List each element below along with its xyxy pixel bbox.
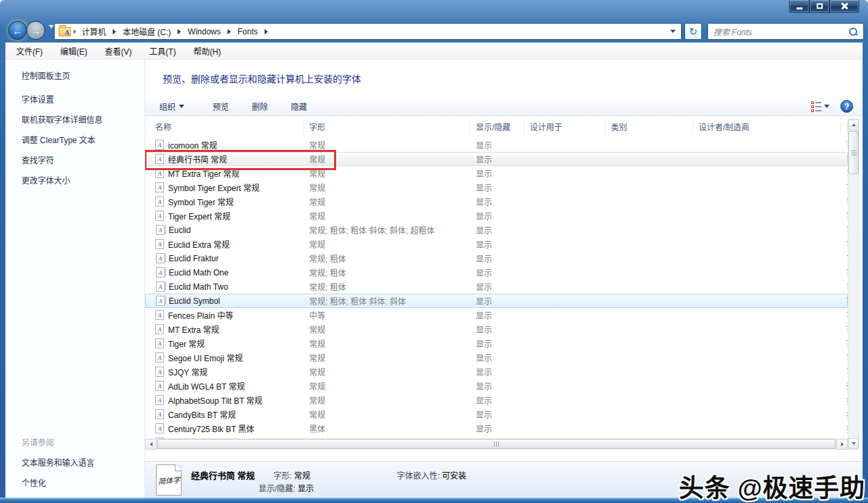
main-area: 控制面板主页 字体设置联机获取字体详细信息调整 ClearType 文本查找字符… [5,59,863,498]
font-style: 黑体 [304,423,470,434]
font-row[interactable]: A Tiger Expert 常规 常规 显示 可安装 [145,209,848,223]
horizontal-scroll-thumb[interactable] [157,439,836,449]
search-icon[interactable] [848,27,858,36]
font-row[interactable]: A SJQY 常规 常规 显示 可安装 [145,365,848,379]
back-button[interactable]: ← [8,21,27,40]
address-bar-row: ← → A 计算机 本地磁盘 (C:) Windows F [5,20,863,43]
recent-pages-dropdown[interactable] [49,28,54,38]
preview-button[interactable]: 预览 [209,99,233,114]
column-header-embeddability[interactable]: 字体嵌入性 [841,121,848,134]
menu-item[interactable]: 文件(F) [16,45,43,57]
font-row[interactable]: A MT Extra 常规 常规 显示 可安装 [145,322,848,336]
sidebar-task-link[interactable]: 调整 ClearType 文本 [22,134,103,145]
font-name: Tiger 常规 [168,338,205,349]
font-name: 经典行书简 常规 [168,153,227,165]
font-row[interactable]: A 经典行书简 常规 常规 显示 可安装 [145,152,848,166]
font-row[interactable]: A MT Extra Tiger 常规 常规 显示 可安装 [145,166,848,180]
hide-button[interactable]: 隐藏 [287,99,311,114]
horizontal-scrollbar[interactable] [145,438,848,450]
font-row[interactable]: A AdLib WGL4 BT 常规 常规 显示 受限制 [145,379,848,393]
refresh-button[interactable]: ↻ [684,23,702,40]
change-view-button[interactable] [811,101,830,112]
sidebar-task-link[interactable]: 联机获取字体详细信息 [22,113,103,125]
scroll-left-button[interactable] [145,439,157,450]
font-file-icon: A [155,395,164,405]
font-row[interactable]: A Euclid Math One 常规; 粗体 显示 可安装 [145,265,848,280]
delete-button[interactable]: 删除 [248,99,272,114]
column-header-designed-for[interactable]: 设计用于 [524,121,605,134]
fonts-folder-icon: A [59,27,71,36]
font-style: 常规; 粗体 [304,253,470,264]
font-name: Tiger Expert 常规 [168,210,230,221]
font-file-icon: A [155,423,164,433]
search-input[interactable]: 搜索 Fonts [707,23,864,40]
scroll-down-button[interactable] [848,438,859,449]
font-row[interactable]: A Euclid Math Two 常规; 粗体 显示 可安装 [145,280,848,294]
menu-item[interactable]: 查看(V) [105,45,132,57]
font-row[interactable]: A Euclid Extra 常规 常规 显示 可安装 [145,237,848,251]
title-bar[interactable] [0,0,868,20]
font-file-icon: A [155,211,164,221]
vertical-scrollbar[interactable] [848,119,859,450]
column-header-designer[interactable]: 设计者/制造商 [693,121,841,134]
font-embeddability: 可安装 [841,352,848,363]
font-row[interactable]: A Symbol Tiger 常规 常规 显示 可安装 [145,194,848,209]
explorer-window: ← → A 计算机 本地磁盘 (C:) Windows F [0,0,868,503]
sidebar-item-control-panel-home[interactable]: 控制面板主页 [22,70,70,81]
font-row[interactable]: A CandyBits BT 常规 常规 显示 打印预览 [145,407,848,421]
breadcrumb[interactable]: A 计算机 本地磁盘 (C:) Windows Fonts [54,23,682,40]
font-file-icon: A [155,140,164,150]
font-row[interactable]: A AlphabetSoup Tilt BT 常规 常规 显示 打印预览 [145,393,848,407]
font-row[interactable]: A Symbol Tiger Expert 常规 常规 显示 可安装 [145,180,848,194]
font-style: 常规; 粗体 [304,267,470,278]
font-file-icon: A [155,196,164,207]
sidebar-see-also-link[interactable]: 个性化 [22,477,94,488]
maximize-button[interactable] [809,0,830,13]
font-name: Symbol Tiger 常规 [168,196,234,207]
forward-button[interactable]: → [26,21,45,40]
font-row[interactable]: A Euclid 常规; 粗体; 粗体 斜体; 斜体; 超粗体 显示 可安装 [145,223,848,237]
column-header-style[interactable]: 字形 [304,121,470,134]
column-header-show-hide[interactable]: 显示/隐藏 [470,121,524,134]
content-area: 预览、删除或者显示和隐藏计算机上安装的字体 组织 预览 删除 隐藏 [145,59,863,498]
column-header-name[interactable]: 名称 [150,121,304,134]
breadcrumb-item[interactable]: Fonts [234,24,271,39]
font-row[interactable]: A Tiger 常规 常规 显示 可安装 [145,336,848,350]
font-show-hide: 显示 [470,408,524,420]
sidebar-see-also-link[interactable]: 文本服务和输入语言 [22,456,94,468]
font-show-hide: 显示 [470,281,524,292]
sidebar-task-link[interactable]: 更改字体大小 [22,174,103,186]
help-button[interactable]: ? [840,100,853,113]
font-style: 常规; 粗体 [304,281,470,292]
font-row[interactable]: A Century725 Blk BT 黑体 黑体 显示 打印预览 [145,421,848,435]
minimize-button[interactable] [789,0,809,13]
font-row[interactable]: A Fences Plain 中等 中等 显示 可安装 [145,308,848,322]
close-button[interactable] [830,0,859,13]
font-row[interactable]: A Euclid Symbol 常规; 粗体; 粗体 斜体; 斜体 显示 可安装 [145,294,848,308]
font-row[interactable]: A Segoe UI Emoji 常规 常规 显示 可安装 [145,350,848,365]
column-header-category[interactable]: 类别 [605,121,693,134]
font-embeddability: 可安装 [841,224,848,236]
font-show-hide: 显示 [470,267,524,278]
show-hide-label: 显示/隐藏: [259,484,296,494]
vertical-scroll-thumb[interactable] [848,131,859,174]
font-row[interactable]: A icomoon 常规 常规 显示 可安装 [145,138,848,152]
organize-button[interactable]: 组织 [155,99,188,114]
menu-item[interactable]: 工具(T) [149,45,175,57]
font-name: AlphabetSoup Tilt BT 常规 [168,394,263,406]
scroll-right-button[interactable] [836,439,848,450]
breadcrumb-item[interactable]: 计算机 [78,23,119,40]
scroll-up-button[interactable] [848,120,859,130]
font-embeddability: 可安装 [841,196,848,207]
font-file-icon: A [156,267,165,277]
menu-item[interactable]: 帮助(H) [194,45,221,57]
chevron-right-icon [74,30,76,34]
font-style: 常规 [304,210,470,221]
breadcrumb-item[interactable]: 本地磁盘 (C:) [119,23,184,40]
sidebar-task-link[interactable]: 字体设置 [22,93,103,105]
address-dropdown-button[interactable] [665,24,681,39]
breadcrumb-item[interactable]: Windows [184,24,234,39]
sidebar-task-link[interactable]: 查找字符 [22,154,103,165]
font-row[interactable]: A Euclid Fraktur 常规; 粗体 显示 可安装 [145,251,848,265]
menu-item[interactable]: 编辑(E) [60,45,87,57]
